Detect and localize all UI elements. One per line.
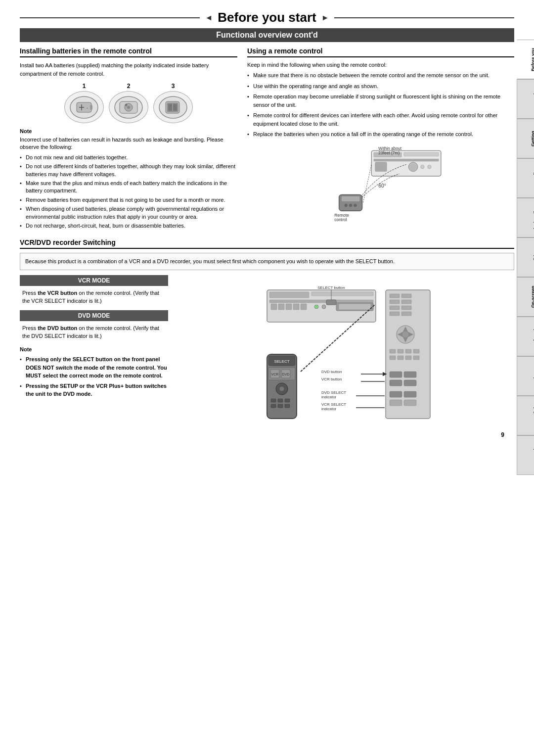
sidebar-tab-getting-started[interactable]: Getting started [517,119,534,158]
sidebar-tab-vcr-functions[interactable]: VCR functions [517,317,534,356]
sidebar-tab-before-you-start[interactable]: Before you start [517,40,534,79]
title-line-right [334,17,514,18]
dvd-mode-box: DVD MODE Press the DVD button on the rem… [20,310,168,340]
bottom-note: Note Pressing only the SELECT button on … [20,345,168,398]
svg-rect-40 [271,304,277,310]
svg-text:23feet (7m): 23feet (7m) [378,150,400,155]
svg-rect-21 [375,162,387,172]
battery-intro-text: Install two AA batteries (supplied) matc… [20,61,237,78]
svg-rect-87 [390,356,396,360]
svg-text:VCR button: VCR button [321,377,342,381]
svg-rect-89 [405,356,411,360]
list-item: Do not mix new and old batteries togethe… [20,154,237,161]
remote-intro: Keep in mind the following when using th… [247,61,514,69]
list-item: Make sure that the plus and minus ends o… [20,180,237,195]
list-item: Do not use different kinds of batteries … [20,163,237,178]
vcr-dvd-content: VCR MODE Press the VCR button on the rem… [20,275,514,433]
svg-text:VCR SELECT: VCR SELECT [321,402,346,407]
list-item: Remote control for different devices can… [247,111,514,128]
svg-text:-: - [87,105,88,110]
vcr-dvd-header: VCR/DVD recorder Switching [20,238,514,249]
svg-rect-70 [401,294,411,298]
list-item: Pressing the SETUP or the VCR Plus+ butt… [20,382,168,398]
svg-rect-69 [390,294,400,298]
svg-rect-63 [278,399,283,402]
svg-rect-16 [173,104,177,111]
svg-rect-44 [301,304,307,310]
svg-rect-76 [401,312,411,316]
dvd-mode-header: DVD MODE [20,310,168,321]
svg-text:control: control [334,217,347,222]
list-item: When disposing of used batteries, please… [20,205,237,221]
page-number: 9 [501,431,504,438]
svg-rect-37 [269,292,309,298]
svg-point-23 [421,165,425,169]
svg-rect-88 [398,356,403,360]
svg-point-46 [322,305,326,309]
svg-rect-85 [405,349,411,353]
battery-img-2 [109,91,148,123]
svg-rect-41 [278,304,284,310]
svg-point-45 [314,305,318,309]
svg-rect-15 [168,104,172,111]
list-item: Pressing only the SELECT button on the f… [20,355,168,380]
svg-rect-98 [404,400,416,406]
svg-point-32 [354,204,357,207]
title-line-left [20,17,200,18]
svg-rect-38 [312,292,373,296]
svg-text:DVD SELECT: DVD SELECT [321,390,346,395]
sidebar-tab-connections[interactable]: Connections [517,79,534,119]
svg-line-35 [363,164,371,202]
svg-rect-75 [390,312,400,316]
svg-rect-67 [285,404,290,408]
battery-img-3 [153,91,193,123]
svg-point-22 [408,162,418,172]
right-section-header: Using a remote control [247,47,514,57]
device-diagram: SELECT button SELECT VCR [178,275,514,433]
battery-note-list: Do not mix new and old batteries togethe… [20,154,237,230]
vcr-dvd-section: VCR/DVD recorder Switching Because this … [20,238,514,433]
svg-rect-86 [413,349,419,353]
sidebar-tab-setup-menu[interactable]: On-screen SETUP menu [517,277,534,317]
svg-rect-71 [390,300,400,304]
svg-rect-51 [339,304,371,310]
list-item: Do not recharge, short-circuit, heat, bu… [20,222,237,230]
sidebar-tab-playing-discs[interactable]: Playing discs [517,198,534,237]
svg-rect-20 [374,159,439,161]
battery-img-1: - [64,91,104,123]
list-item: Use within the operating range and angle… [247,82,514,91]
remote-diagram: Within about 23feet (7m) 60° Remote cont… [247,143,514,223]
sidebar-tab-francais[interactable]: Français [517,435,534,475]
svg-point-31 [349,204,352,207]
svg-rect-49 [326,300,336,305]
svg-text:SELECT button: SELECT button [317,285,345,290]
svg-rect-83 [390,349,396,353]
sidebar-tab-recording[interactable]: Recording [517,158,534,198]
vcr-mode-box: VCR MODE Press the VCR button on the rem… [20,275,168,305]
svg-text:SELECT: SELECT [274,359,289,364]
svg-rect-96 [404,391,416,397]
battery-step-1: 1 - [64,83,104,123]
svg-rect-72 [401,300,411,304]
dvd-mode-text: Press the DVD button on the remote contr… [20,324,168,340]
sidebar-tab-espanol[interactable]: Español [517,396,534,435]
two-col-layout: Installing batteries in the remote contr… [20,47,514,231]
sidebar-tab-editing[interactable]: Editing [517,237,534,277]
svg-rect-95 [390,391,402,397]
svg-rect-91 [390,372,402,378]
sidebar-tab-others[interactable]: Others [517,356,534,396]
page-title-row: Before you start [20,10,514,25]
svg-rect-66 [278,404,283,408]
list-item: Remote operation may become unreliable i… [247,93,514,109]
svg-rect-2 [90,105,92,110]
step-num-1: 1 [83,83,86,90]
bottom-note-label: Note [20,345,168,354]
svg-text:indicator: indicator [321,395,337,399]
svg-point-9 [127,106,130,109]
svg-text:DVD button: DVD button [321,370,342,374]
bottom-note-list: Pressing only the SELECT button on the f… [20,355,168,398]
title-arrow-right [321,13,329,22]
svg-point-61 [279,386,284,391]
svg-rect-42 [286,304,292,310]
svg-text:VCR: VCR [271,373,279,376]
